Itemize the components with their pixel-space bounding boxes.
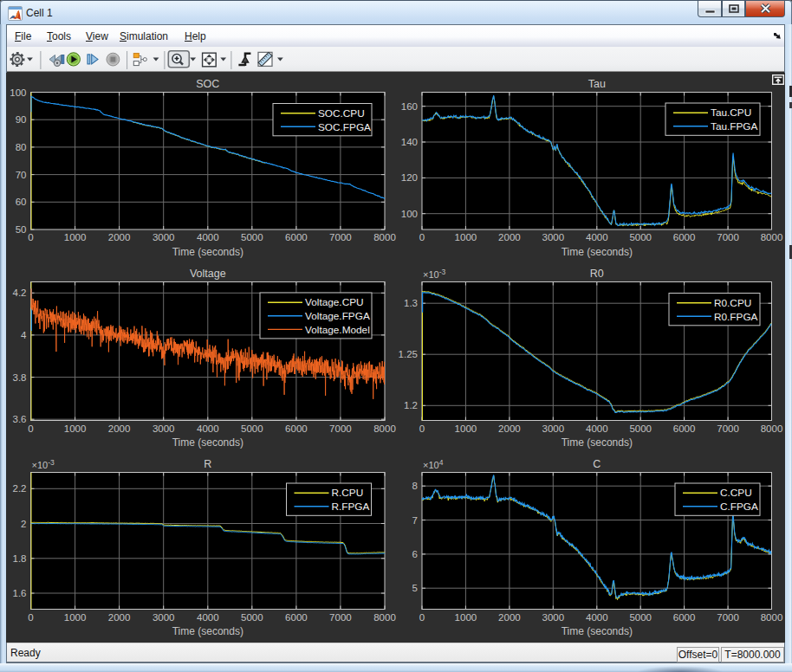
svg-text:1000: 1000 [455, 423, 477, 434]
svg-text:Time (seconds): Time (seconds) [562, 625, 633, 637]
svg-text:4000: 4000 [586, 232, 608, 242]
svg-text:7000: 7000 [717, 423, 739, 434]
svg-text:Time (seconds): Time (seconds) [172, 246, 243, 258]
svg-text:6: 6 [412, 549, 418, 559]
svg-text:3000: 3000 [153, 612, 175, 623]
svg-text:R.FPGA: R.FPGA [332, 501, 370, 513]
svg-text:5: 5 [412, 583, 418, 593]
svg-text:3000: 3000 [542, 232, 565, 242]
svg-text:1.2: 1.2 [404, 400, 418, 410]
svg-text:7000: 7000 [717, 232, 739, 242]
svg-text:1000: 1000 [455, 232, 477, 242]
svg-text:4.2: 4.2 [13, 288, 27, 298]
svg-text:4000: 4000 [197, 423, 219, 434]
svg-text:6000: 6000 [673, 612, 696, 623]
svg-text:0: 0 [419, 423, 425, 434]
svg-text:0: 0 [419, 232, 425, 242]
svg-text:R0.FPGA: R0.FPGA [714, 311, 758, 323]
svg-text:4: 4 [21, 330, 27, 340]
svg-text:5000: 5000 [241, 232, 263, 242]
svg-text:8000: 8000 [761, 232, 783, 242]
svg-text:5000: 5000 [241, 423, 263, 434]
svg-text:C.FPGA: C.FPGA [720, 501, 758, 513]
svg-text:120: 120 [401, 172, 418, 183]
svg-text:3.8: 3.8 [13, 372, 27, 383]
svg-text:7: 7 [412, 515, 418, 526]
svg-text:8000: 8000 [373, 612, 396, 623]
svg-text:100: 100 [401, 209, 418, 219]
svg-text:3000: 3000 [153, 232, 175, 242]
svg-text:C.CPU: C.CPU [720, 487, 752, 499]
svg-text:2000: 2000 [108, 423, 131, 434]
svg-text:4000: 4000 [586, 612, 608, 623]
svg-text:2000: 2000 [108, 232, 131, 242]
svg-text:6000: 6000 [285, 232, 308, 242]
svg-text:50: 50 [16, 224, 27, 235]
svg-text:5000: 5000 [629, 423, 652, 434]
svg-text:7000: 7000 [329, 612, 352, 623]
svg-text:R: R [204, 458, 211, 470]
svg-text:8000: 8000 [373, 423, 396, 434]
svg-text:Tau: Tau [588, 78, 606, 90]
svg-text:1.25: 1.25 [399, 349, 418, 359]
svg-text:70: 70 [16, 170, 27, 180]
svg-text:60: 60 [16, 197, 27, 207]
svg-text:100: 100 [10, 87, 26, 98]
svg-text:4000: 4000 [197, 612, 219, 623]
svg-text:Tau.FPGA: Tau.FPGA [711, 120, 758, 132]
svg-text:8000: 8000 [373, 232, 396, 242]
svg-text:8: 8 [412, 481, 418, 491]
svg-text:SOC.FPGA: SOC.FPGA [318, 121, 371, 133]
svg-text:3.6: 3.6 [13, 414, 27, 424]
svg-text:Voltage.Model: Voltage.Model [305, 324, 370, 336]
svg-text:1.8: 1.8 [13, 553, 27, 564]
svg-text:6000: 6000 [285, 612, 308, 623]
svg-text:2.2: 2.2 [13, 483, 27, 494]
svg-text:Time (seconds): Time (seconds) [172, 625, 243, 637]
svg-text:5000: 5000 [629, 232, 652, 242]
svg-text:4000: 4000 [586, 423, 608, 434]
svg-text:R.CPU: R.CPU [332, 487, 364, 499]
svg-text:7000: 7000 [329, 232, 352, 242]
svg-text:SOC: SOC [196, 78, 219, 90]
svg-text:1.6: 1.6 [13, 588, 27, 598]
svg-text:3000: 3000 [542, 612, 565, 623]
svg-text:2000: 2000 [498, 423, 521, 434]
svg-text:Voltage: Voltage [190, 268, 226, 280]
svg-text:Time (seconds): Time (seconds) [562, 246, 633, 258]
svg-text:1000: 1000 [64, 232, 87, 242]
svg-text:2000: 2000 [498, 612, 521, 623]
svg-text:Voltage.FPGA: Voltage.FPGA [305, 310, 370, 322]
svg-text:2: 2 [21, 519, 26, 529]
svg-text:160: 160 [401, 101, 418, 112]
svg-text:90: 90 [16, 114, 27, 125]
svg-text:7000: 7000 [717, 612, 739, 623]
svg-text:Time (seconds): Time (seconds) [172, 436, 243, 449]
svg-text:8000: 8000 [761, 423, 783, 434]
svg-text:0: 0 [28, 612, 33, 623]
svg-text:Tau.CPU: Tau.CPU [711, 107, 751, 119]
svg-text:5000: 5000 [241, 612, 263, 623]
svg-text:R0: R0 [590, 268, 604, 280]
svg-text:140: 140 [401, 137, 418, 147]
svg-text:0: 0 [419, 612, 425, 623]
svg-text:SOC.CPU: SOC.CPU [318, 107, 365, 120]
svg-text:1000: 1000 [64, 612, 87, 623]
svg-text:80: 80 [16, 142, 27, 152]
svg-text:7000: 7000 [329, 423, 352, 434]
svg-text:4000: 4000 [197, 232, 219, 242]
svg-text:R0.CPU: R0.CPU [714, 297, 751, 309]
svg-text:2000: 2000 [108, 612, 131, 623]
svg-text:1000: 1000 [64, 423, 87, 434]
svg-text:C: C [593, 458, 600, 470]
svg-text:6000: 6000 [673, 232, 696, 242]
svg-text:3000: 3000 [542, 423, 565, 434]
svg-text:6000: 6000 [285, 423, 308, 434]
svg-text:1.3: 1.3 [404, 298, 418, 308]
svg-text:0: 0 [28, 232, 33, 242]
svg-text:1000: 1000 [455, 612, 477, 623]
svg-text:6000: 6000 [673, 423, 696, 434]
svg-text:2000: 2000 [498, 232, 521, 242]
svg-text:Time (seconds): Time (seconds) [562, 436, 633, 449]
svg-text:8000: 8000 [761, 612, 783, 623]
